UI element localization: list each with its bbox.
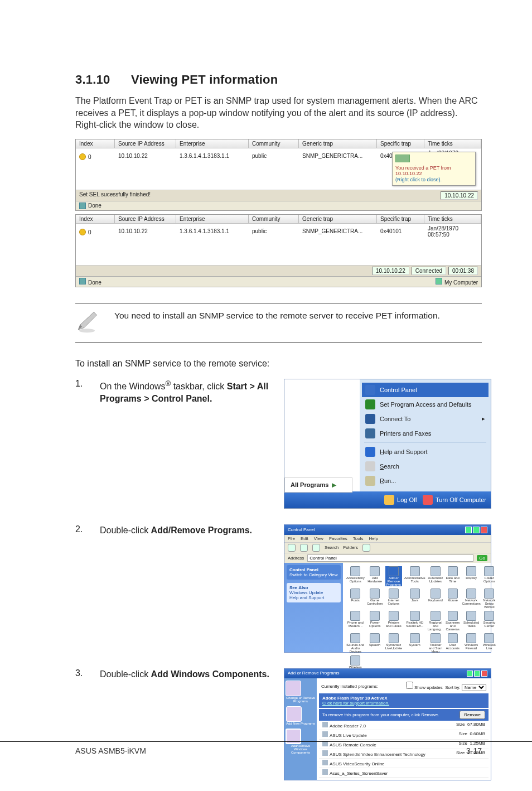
col-source-ip[interactable]: Source IP Address xyxy=(115,139,176,148)
sortby-select[interactable]: Name xyxy=(462,684,486,691)
program-row[interactable]: Asus_a_Series_ScreenSaver xyxy=(319,768,489,778)
menu-edit[interactable]: Edit xyxy=(301,536,308,541)
program-row[interactable]: ASUS Live UpdateSize 0.60MB xyxy=(319,730,489,740)
go-button[interactable]: Go xyxy=(477,555,487,561)
close-button[interactable] xyxy=(481,527,487,533)
start-menu-item[interactable]: Connect To▸ xyxy=(362,412,489,426)
program-row[interactable]: Adobe Reader 7.0Size 67.80MB xyxy=(319,721,489,730)
cp-icon-label: User Accounts xyxy=(446,643,460,650)
back-button[interactable] xyxy=(288,544,296,552)
cp-icon[interactable]: Mouse xyxy=(446,589,460,609)
cp-icon[interactable]: Printers and Faxes xyxy=(385,611,402,631)
cp-icon[interactable]: Fonts xyxy=(346,589,365,609)
arp-side-button[interactable]: Add New Programs xyxy=(286,706,315,725)
cp-icon[interactable]: Power Options xyxy=(367,611,383,631)
see-also-link[interactable]: Help and Support xyxy=(289,595,338,600)
cp-icon[interactable]: Scheduled Tasks xyxy=(462,611,480,631)
menu-help[interactable]: Help xyxy=(369,536,378,541)
address-input[interactable] xyxy=(307,554,473,562)
power-icon xyxy=(423,495,433,505)
maximize-button[interactable] xyxy=(473,527,480,533)
all-programs-button[interactable]: All Programs▶ xyxy=(284,478,352,493)
cp-icon[interactable]: Game Controllers xyxy=(367,589,383,609)
cp-icon[interactable]: Taskbar and Start Menu xyxy=(428,633,443,653)
col-index[interactable]: Index xyxy=(76,215,115,223)
col-enterprise[interactable]: Enterprise xyxy=(176,139,249,148)
program-name: ASUS VideoSecurity Online xyxy=(330,761,385,766)
support-link[interactable]: Click here for support information. xyxy=(322,701,389,706)
cp-icon[interactable]: Add Hardware xyxy=(367,566,383,586)
cp-icon[interactable]: User Accounts xyxy=(446,633,460,653)
cp-icon[interactable]: Network Setup Wizard xyxy=(483,589,496,609)
start-menu-item[interactable]: Printers and Faxes xyxy=(362,426,489,441)
col-specific[interactable]: Specific trap xyxy=(377,139,424,148)
show-updates-checkbox[interactable] xyxy=(406,682,413,689)
up-button[interactable] xyxy=(312,544,320,552)
selected-program[interactable]: Adobe Flash Player 10 ActiveX Click here… xyxy=(319,693,489,708)
cp-icon[interactable]: Security Center xyxy=(483,611,496,631)
menu-file[interactable]: File xyxy=(288,536,295,541)
cp-icon[interactable]: Network Connections xyxy=(462,589,480,609)
cp-icon[interactable]: Wireless Link xyxy=(483,633,496,653)
menu-tools[interactable]: Tools xyxy=(353,536,364,541)
col-community[interactable]: Community xyxy=(249,215,299,223)
cp-icon[interactable]: Internet Options xyxy=(385,589,402,609)
toolbar[interactable]: SearchFolders xyxy=(284,542,491,553)
cp-icon[interactable]: Phone and Modem... xyxy=(346,611,365,631)
menu-view[interactable]: View xyxy=(314,536,323,541)
cp-icon[interactable]: Date and Time xyxy=(446,566,460,586)
cp-icon-image xyxy=(410,611,420,621)
col-generic[interactable]: Generic trap xyxy=(299,139,377,148)
menubar[interactable]: FileEditViewFavoritesToolsHelp xyxy=(284,535,491,542)
col-time[interactable]: Time ticks xyxy=(424,215,481,223)
arp-side-button[interactable]: Change or Remove Programs xyxy=(286,681,316,703)
col-community[interactable]: Community xyxy=(249,139,299,148)
col-enterprise[interactable]: Enterprise xyxy=(176,215,249,223)
menu-favorites[interactable]: Favorites xyxy=(329,536,347,541)
minimize-button[interactable] xyxy=(467,671,473,677)
cp-icon[interactable]: Display xyxy=(462,566,480,586)
logoff-button[interactable]: Log Off xyxy=(384,495,417,505)
pet-popup[interactable]: You received a PET from10.10.10.22 (Righ… xyxy=(392,152,476,186)
col-source-ip[interactable]: Source IP Address xyxy=(115,215,176,223)
col-specific[interactable]: Specific trap xyxy=(377,215,424,223)
cp-icon[interactable]: Add or Remove Programs xyxy=(385,566,402,586)
menu-item-icon xyxy=(365,414,375,424)
cp-icon[interactable]: Sounds and Audio Devices xyxy=(346,633,365,653)
forward-button[interactable] xyxy=(300,544,308,552)
switch-view-link[interactable]: Switch to Category View xyxy=(289,572,338,577)
cp-icon[interactable]: Java xyxy=(404,589,425,609)
cp-icon[interactable]: Keyboard xyxy=(428,589,443,609)
start-menu-item[interactable]: Control Panel xyxy=(362,383,489,397)
views-button[interactable] xyxy=(362,544,370,552)
start-menu-item[interactable]: Set Program Access and Defaults xyxy=(362,397,489,412)
cp-icon[interactable]: Realtek HD Sound Eff... xyxy=(404,611,425,631)
cp-icon[interactable]: Scanners and Cameras xyxy=(446,611,460,631)
row-icon xyxy=(79,229,86,235)
cp-icon[interactable]: Symantec LiveUpdate xyxy=(385,633,402,653)
table-row[interactable]: 0 10.10.10.22 1.3.6.1.4.1.3183.1.1 publi… xyxy=(76,224,481,239)
menu-item-icon xyxy=(365,461,375,471)
col-time[interactable]: Time ticks xyxy=(424,139,481,148)
cp-icon[interactable]: Administrative Tools xyxy=(404,566,425,586)
col-index[interactable]: Index xyxy=(76,139,115,148)
cp-icon[interactable]: Automatic Updates xyxy=(428,566,443,586)
start-menu-item[interactable]: Help and Support xyxy=(362,445,489,459)
close-button[interactable] xyxy=(481,671,487,677)
program-row[interactable]: ASUS VideoSecurity Online xyxy=(319,759,489,768)
start-menu-item[interactable]: Search xyxy=(362,459,489,474)
cp-icon[interactable]: Folder Options xyxy=(483,566,496,586)
cp-icon[interactable]: Accessibility Options xyxy=(346,566,365,586)
cp-icon[interactable]: Regional and Languag... xyxy=(428,611,443,631)
see-also-link[interactable]: Windows Update xyxy=(289,590,338,595)
cp-icon[interactable]: Windows Firewall xyxy=(462,633,480,653)
maximize-button[interactable] xyxy=(474,671,480,677)
cp-icon[interactable]: Speech xyxy=(367,633,383,653)
remove-button[interactable]: Remove xyxy=(460,711,485,719)
col-generic[interactable]: Generic trap xyxy=(299,215,377,223)
add-remove-programs-screenshot: Add or Remove Programs Change or Remove … xyxy=(284,668,491,780)
minimize-button[interactable] xyxy=(465,527,472,533)
start-menu-item[interactable]: Run... xyxy=(362,474,489,488)
cp-icon[interactable]: System xyxy=(404,633,425,653)
turnoff-button[interactable]: Turn Off Computer xyxy=(423,495,486,505)
